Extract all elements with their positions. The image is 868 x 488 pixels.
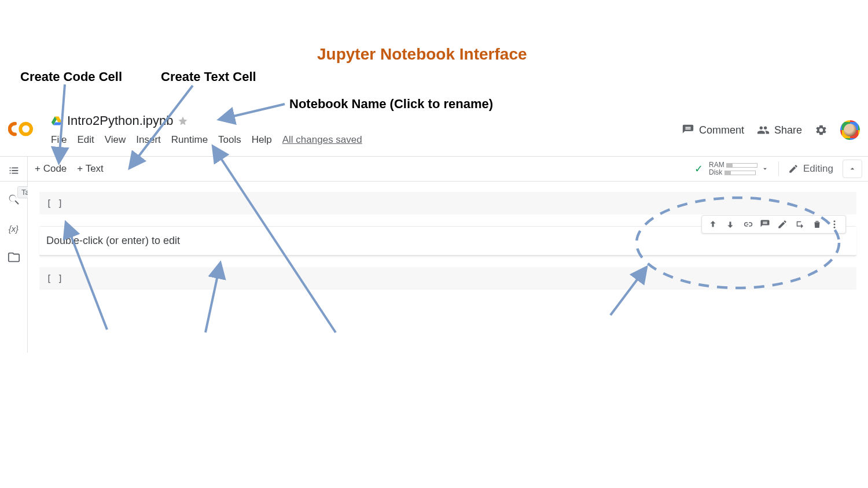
move-down-icon[interactable] bbox=[725, 219, 735, 230]
save-status[interactable]: All changes saved bbox=[282, 134, 362, 146]
drive-icon bbox=[51, 115, 62, 127]
delete-cell-icon[interactable] bbox=[812, 219, 822, 230]
text-cell[interactable]: Double-click (or enter) to edit bbox=[39, 226, 856, 256]
left-rail: {x} bbox=[0, 156, 28, 353]
comment-icon bbox=[682, 124, 694, 136]
ram-meter bbox=[726, 163, 757, 168]
toolbar: + Code + Text ✓ RAM Disk Editing bbox=[0, 156, 868, 182]
menu-tools[interactable]: Tools bbox=[218, 134, 241, 146]
ram-label: RAM bbox=[709, 161, 724, 169]
cell-toolbar bbox=[701, 215, 846, 234]
add-text-button[interactable]: + Text bbox=[77, 163, 104, 175]
svg-point-0 bbox=[20, 124, 31, 135]
add-code-button[interactable]: + Code bbox=[35, 163, 67, 175]
resource-indicator[interactable]: RAM Disk bbox=[709, 161, 757, 176]
svg-text:{x}: {x} bbox=[8, 224, 18, 234]
variables-icon[interactable]: {x} bbox=[8, 222, 20, 235]
edit-cell-icon[interactable] bbox=[777, 219, 788, 230]
link-icon[interactable] bbox=[742, 219, 753, 230]
header-actions: Comment Share bbox=[682, 120, 860, 140]
diagram-title: Jupyter Notebook Interface bbox=[317, 45, 527, 64]
editing-label: Editing bbox=[803, 163, 833, 175]
disk-meter bbox=[724, 171, 756, 175]
separator bbox=[778, 161, 779, 176]
colab-header: Intro2Python.ipynb File Edit View Insert… bbox=[0, 110, 868, 156]
svg-point-3 bbox=[834, 224, 836, 225]
label-create-text-cell: Create Text Cell bbox=[161, 69, 256, 84]
share-label: Share bbox=[774, 124, 802, 136]
menu-file[interactable]: File bbox=[51, 134, 67, 146]
chevron-up-icon bbox=[848, 164, 857, 173]
label-create-code-cell: Create Code Cell bbox=[20, 69, 122, 84]
comment-label: Comment bbox=[699, 124, 744, 136]
mirror-cell-icon[interactable] bbox=[795, 219, 805, 230]
user-avatar[interactable] bbox=[840, 120, 860, 140]
svg-point-4 bbox=[834, 227, 836, 228]
menu-insert[interactable]: Insert bbox=[136, 134, 161, 146]
notebook-title[interactable]: Intro2Python.ipynb bbox=[67, 113, 173, 128]
code-cell-1[interactable]: [ ] bbox=[39, 192, 856, 215]
disk-label: Disk bbox=[709, 168, 722, 176]
comment-cell-icon[interactable] bbox=[760, 219, 770, 230]
star-icon[interactable] bbox=[178, 116, 188, 126]
pencil-icon bbox=[788, 164, 799, 174]
menu-runtime[interactable]: Runtime bbox=[171, 134, 208, 146]
code-cell-2[interactable]: [ ] bbox=[39, 267, 856, 290]
collapse-button[interactable] bbox=[843, 160, 862, 178]
menu-edit[interactable]: Edit bbox=[77, 134, 94, 146]
svg-point-2 bbox=[834, 220, 836, 222]
code-cell-bracket-2: [ ] bbox=[46, 273, 63, 284]
settings-gear-icon[interactable] bbox=[815, 124, 827, 136]
more-icon[interactable] bbox=[829, 219, 840, 230]
comment-button[interactable]: Comment bbox=[682, 124, 744, 136]
colab-logo-icon bbox=[8, 120, 34, 138]
resource-dropdown-icon[interactable] bbox=[761, 165, 769, 173]
menubar: File Edit View Insert Runtime Tools Help… bbox=[51, 134, 362, 146]
menu-view[interactable]: View bbox=[105, 134, 126, 146]
folder-icon[interactable] bbox=[8, 251, 20, 264]
move-up-icon[interactable] bbox=[708, 219, 718, 230]
notebook-body: [ ] Double-click (or enter) to edit [ ] bbox=[28, 182, 868, 353]
text-cell-placeholder: Double-click (or enter) to edit bbox=[46, 235, 180, 246]
connected-check-icon: ✓ bbox=[694, 162, 703, 175]
share-icon bbox=[757, 124, 770, 136]
colab-app: Intro2Python.ipynb File Edit View Insert… bbox=[0, 110, 868, 353]
share-button[interactable]: Share bbox=[757, 124, 802, 136]
editing-mode-button[interactable]: Editing bbox=[788, 163, 833, 175]
menu-help[interactable]: Help bbox=[252, 134, 272, 146]
code-cell-bracket: [ ] bbox=[46, 198, 63, 209]
toc-icon[interactable] bbox=[8, 164, 20, 177]
